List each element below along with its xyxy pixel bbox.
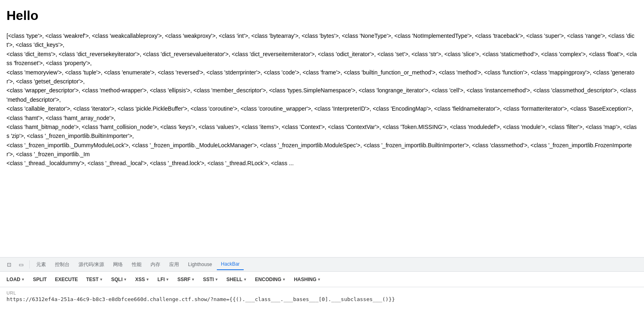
content-line-5: <class 'callable_iterator'>, <class 'ite…	[7, 104, 637, 122]
url-label: URL	[7, 290, 637, 295]
tab-memory[interactable]: 内存	[146, 259, 164, 270]
sqli-button[interactable]: SQLI ▼	[108, 275, 130, 284]
tab-application[interactable]: 应用	[165, 259, 183, 270]
device-icon[interactable]: ▭	[15, 259, 27, 270]
main-content: Hello [<class 'type'>, <class 'weakref'>…	[0, 0, 644, 257]
content-line-3: <class 'memoryview'>, <class 'tuple'>, <…	[7, 68, 637, 86]
load-arrow: ▼	[21, 277, 25, 282]
ssrf-arrow: ▼	[191, 277, 195, 282]
devtools-bar: ⊡ ▭ 元素 控制台 源代码/来源 网络 性能 内存 应用 Lighthouse…	[0, 257, 644, 272]
hashing-arrow: ▼	[317, 277, 321, 282]
split-button[interactable]: SPLIT	[30, 275, 50, 284]
hashing-button[interactable]: HASHING ▼	[290, 275, 324, 284]
page-heading: Hello	[7, 8, 637, 23]
content-line-1: [<class 'type'>, <class 'weakref'>, <cla…	[7, 31, 637, 50]
content-line-6: <class 'hamt_bitmap_node'>, <class 'hamt…	[7, 122, 637, 141]
encoding-arrow: ▼	[282, 277, 286, 282]
hackbar-toolbar: LOAD ▼ SPLIT EXECUTE TEST ▼ SQLI ▼ XSS ▼…	[0, 272, 644, 287]
tab-elements[interactable]: 元素	[32, 259, 50, 270]
test-arrow: ▼	[99, 277, 103, 282]
execute-button[interactable]: EXECUTE	[52, 275, 81, 284]
tab-network[interactable]: 网络	[109, 259, 127, 270]
load-button[interactable]: LOAD ▼	[3, 275, 28, 284]
inspect-icon[interactable]: ⊡	[3, 259, 15, 270]
lfi-button[interactable]: LFI ▼	[154, 275, 172, 284]
ssrf-button[interactable]: SSRF ▼	[174, 275, 198, 284]
sqli-arrow: ▼	[123, 277, 127, 282]
xss-arrow: ▼	[146, 277, 149, 282]
content-text: [<class 'type'>, <class 'weakref'>, <cla…	[7, 31, 637, 168]
tab-performance[interactable]: 性能	[128, 259, 146, 270]
tab-sources[interactable]: 源代码/来源	[74, 259, 108, 270]
tab-hackbar[interactable]: HackBar	[217, 259, 244, 270]
divider-1	[29, 260, 30, 269]
ssti-button[interactable]: SSTI ▼	[200, 275, 222, 284]
shell-arrow: ▼	[243, 277, 247, 282]
shell-button[interactable]: SHELL ▼	[223, 275, 250, 284]
url-value: https://6312ef4a-251a-46c9-b8c3-e8dbfcee…	[7, 296, 637, 302]
url-section: URL https://6312ef4a-251a-46c9-b8c3-e8db…	[0, 287, 644, 306]
xss-button[interactable]: XSS ▼	[132, 275, 153, 284]
content-line-7: <class '_frozen_importlib._DummyModuleLo…	[7, 141, 637, 159]
content-line-2: <class 'dict_items'>, <class 'dict_rever…	[7, 50, 637, 68]
test-button[interactable]: TEST ▼	[83, 275, 107, 284]
tab-lighthouse[interactable]: Lighthouse	[184, 259, 216, 270]
encoding-button[interactable]: ENCODING ▼	[252, 275, 289, 284]
tab-console[interactable]: 控制台	[51, 259, 74, 270]
content-line-8: <class '_thread._localdummy'>, <class '_…	[7, 159, 637, 168]
content-line-4: <class 'wrapper_descriptor'>, <class 'me…	[7, 86, 637, 104]
lfi-arrow: ▼	[166, 277, 169, 282]
ssti-arrow: ▼	[215, 277, 218, 282]
